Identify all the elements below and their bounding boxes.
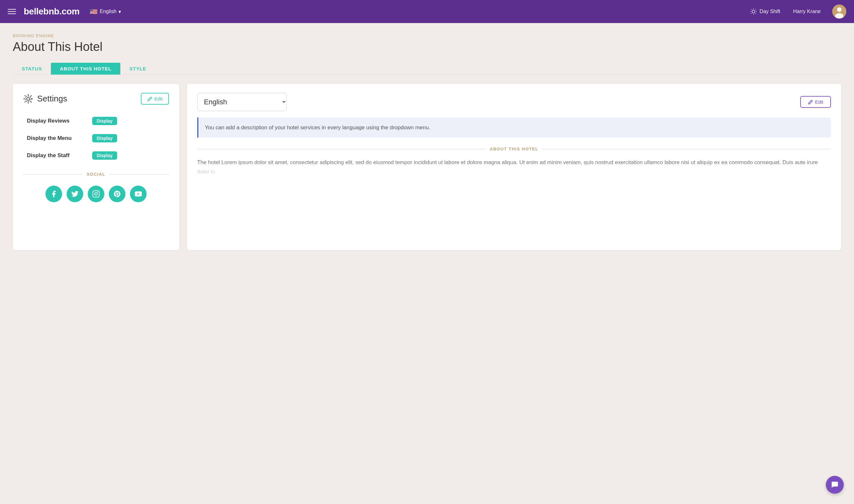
svg-point-16 xyxy=(97,192,98,192)
chat-button[interactable] xyxy=(826,476,844,494)
social-divider: SOCIAL xyxy=(23,172,169,177)
svg-point-15 xyxy=(95,193,97,195)
content-columns: Settings Edit Display Reviews Display Di… xyxy=(13,84,841,250)
setting-label-staff: Display the Staff xyxy=(27,152,85,159)
badge-display-staff: Display xyxy=(92,151,117,160)
social-label: SOCIAL xyxy=(87,172,105,177)
social-icons xyxy=(23,183,169,202)
setting-row-menu: Display the Menu Display xyxy=(23,130,169,147)
instagram-icon[interactable] xyxy=(88,185,104,202)
settings-panel: Settings Edit Display Reviews Display Di… xyxy=(13,84,179,250)
info-box: You can add a description of your hotel … xyxy=(197,118,831,138)
about-section-divider: ABOUT THIS HOTEL xyxy=(197,147,831,151)
menu-button[interactable] xyxy=(8,9,16,14)
svg-point-10 xyxy=(837,7,841,12)
content-edit-button[interactable]: Edit xyxy=(800,96,831,108)
header: bellebnb.com 🇺🇸 English ▾ Day Shift Harr… xyxy=(0,0,854,23)
facebook-icon[interactable] xyxy=(46,185,62,202)
settings-header: Settings Edit xyxy=(23,93,169,105)
svg-point-13 xyxy=(25,96,31,102)
avatar[interactable] xyxy=(832,4,846,19)
info-text: You can add a description of your hotel … xyxy=(205,125,430,130)
content-panel: English French Spanish German Italian Ed… xyxy=(187,84,841,250)
language-label: English xyxy=(100,8,116,14)
page-title: About This Hotel xyxy=(13,40,841,54)
svg-point-0 xyxy=(752,10,755,13)
content-edit-label: Edit xyxy=(815,99,823,105)
pinterest-icon[interactable] xyxy=(109,185,125,202)
pencil-icon xyxy=(147,96,153,102)
tab-about[interactable]: ABOUT THIS HOTEL xyxy=(51,63,120,75)
setting-label-reviews: Display Reviews xyxy=(27,118,85,124)
logo: bellebnb.com xyxy=(24,6,79,17)
twitter-icon[interactable] xyxy=(67,185,83,202)
settings-title: Settings xyxy=(23,94,67,104)
tab-status[interactable]: STATUS xyxy=(13,63,51,75)
settings-label: Settings xyxy=(37,94,67,104)
badge-display-menu: Display xyxy=(92,134,117,142)
settings-edit-button[interactable]: Edit xyxy=(141,93,169,105)
tab-style[interactable]: STYLE xyxy=(120,63,155,75)
tab-bar: STATUS ABOUT THIS HOTEL STYLE xyxy=(13,63,841,75)
youtube-icon[interactable] xyxy=(130,185,147,202)
badge-display-reviews: Display xyxy=(92,117,117,125)
shift-label: Day Shift xyxy=(760,8,780,14)
settings-edit-label: Edit xyxy=(154,96,163,102)
svg-rect-14 xyxy=(93,191,99,197)
svg-point-12 xyxy=(27,97,30,100)
svg-line-4 xyxy=(755,14,756,14)
svg-line-8 xyxy=(755,9,756,10)
setting-row-reviews: Display Reviews Display xyxy=(23,112,169,130)
pencil-icon xyxy=(808,100,813,105)
flag-icon: 🇺🇸 xyxy=(90,8,97,15)
language-selector[interactable]: 🇺🇸 English ▾ xyxy=(90,8,121,15)
breadcrumb: BOOKING ENGINE xyxy=(13,33,841,38)
shift-indicator: Day Shift xyxy=(750,8,780,15)
gear-icon xyxy=(23,94,33,104)
setting-row-staff: Display the Staff Display xyxy=(23,147,169,164)
sun-icon xyxy=(750,8,757,15)
language-dropdown[interactable]: English French Spanish German Italian xyxy=(197,93,287,111)
hotel-description: The hotel Lorem ipsum dolor sit amet, co… xyxy=(197,158,831,177)
about-section-label: ABOUT THIS HOTEL xyxy=(490,147,538,151)
setting-label-menu: Display the Menu xyxy=(27,135,85,141)
chevron-down-icon: ▾ xyxy=(119,8,121,15)
content-top-bar: English French Spanish German Italian Ed… xyxy=(197,93,831,111)
user-name: Harry Krane xyxy=(793,8,821,14)
main-content: BOOKING ENGINE About This Hotel STATUS A… xyxy=(0,23,854,263)
